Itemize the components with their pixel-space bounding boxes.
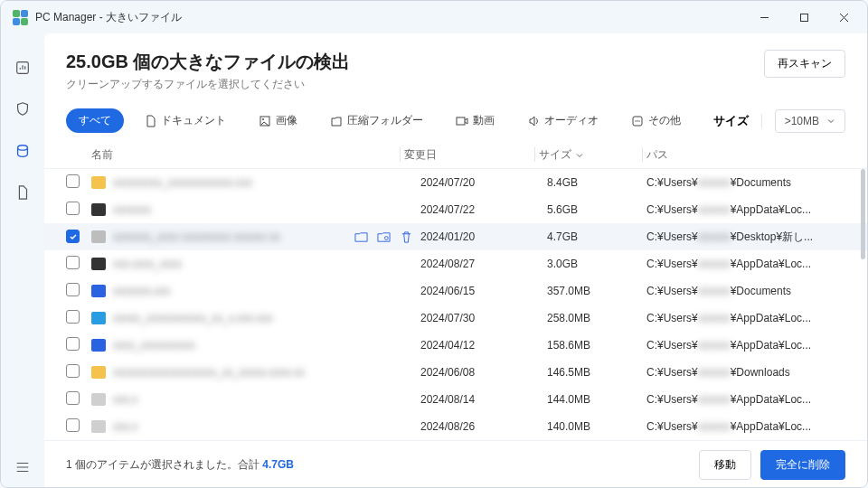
filter-image[interactable]: 画像 (246, 108, 310, 133)
file-size: 140.0MB (547, 420, 646, 433)
archive-icon (330, 115, 343, 127)
row-checkbox[interactable] (66, 364, 80, 378)
scrollbar-thumb[interactable] (861, 169, 865, 259)
window-title: PC Manager - 大きいファイル (35, 10, 182, 25)
nav-file-icon[interactable] (14, 183, 32, 202)
row-checkbox[interactable] (66, 418, 80, 432)
table-row[interactable]: xxx.xxxx_xxxx2024/08/273.0GBC:¥Users¥xxx… (44, 250, 867, 277)
filter-bar: すべて ドキュメント画像圧縮フォルダー動画オーディオその他 サイズ >10MB (44, 96, 867, 142)
file-path: C:¥Users¥xxxxxx¥AppData¥Loc... (646, 312, 845, 324)
file-size: 357.0MB (547, 285, 646, 297)
file-icon (91, 203, 106, 216)
file-date: 2024/01/20 (420, 230, 547, 243)
file-date: 2024/08/27 (420, 258, 547, 270)
table-row[interactable]: xxxxxxx.xxx2024/06/15357.0MBC:¥Users¥xxx… (44, 277, 867, 305)
file-size: 8.4GB (547, 176, 646, 189)
row-checkbox[interactable] (66, 337, 80, 351)
filter-video[interactable]: 動画 (443, 108, 507, 133)
minimize-button[interactable] (744, 3, 784, 32)
row-checkbox[interactable] (66, 256, 80, 269)
file-name: xxx.x (113, 393, 137, 406)
file-path: C:¥Users¥xxxxxx¥AppData¥Loc... (646, 203, 845, 216)
table-row[interactable]: xxxxx_xxxxxxxxxxx_xx_x.xxx.xxx2024/07/30… (44, 305, 867, 332)
file-name: xxxxxxx_xxxx xxxxxxxxx xxxxxx xx (113, 230, 280, 243)
nav-shield-icon[interactable] (14, 100, 32, 118)
file-name: xxx.x (113, 420, 137, 433)
file-date: 2024/07/30 (420, 312, 547, 324)
file-icon (91, 176, 106, 189)
nav-storage-icon[interactable] (14, 142, 32, 160)
main-panel: 25.0GB 個の大きなファイルの検出 クリーンアップするファイルを選択してくだ… (44, 33, 867, 488)
svg-point-7 (637, 120, 637, 121)
file-size: 158.6MB (547, 339, 646, 352)
file-icon (91, 339, 106, 352)
page-title: 25.0GB 個の大きなファイルの検出 (66, 50, 350, 74)
filter-document[interactable]: ドキュメント (131, 108, 239, 133)
other-icon (631, 115, 644, 127)
hamburger-menu-icon[interactable] (14, 458, 32, 476)
file-icon (91, 420, 106, 433)
file-size: 5.6GB (547, 203, 646, 216)
table-row[interactable]: xxxxxxx2024/07/225.6GBC:¥Users¥xxxxxx¥Ap… (44, 196, 867, 223)
file-path: C:¥Users¥xxxxxx¥Documents (646, 176, 845, 189)
delete-button[interactable]: 完全に削除 (760, 450, 845, 480)
file-date: 2024/07/22 (420, 203, 547, 216)
table-row[interactable]: xxxxxxx_xxxx xxxxxxxxx xxxxxx xx2024/01/… (44, 223, 867, 250)
file-name: xxxxxxx (113, 203, 151, 216)
table-row[interactable]: xxx.x2024/08/26140.0MBC:¥Users¥xxxxxx¥Ap… (44, 413, 867, 440)
table-row[interactable]: xxxxxxxxx_xxxxxxxxxxxx.xxx2024/07/208.4G… (44, 169, 867, 196)
video-icon (456, 115, 468, 127)
filter-archive[interactable]: 圧縮フォルダー (317, 108, 436, 133)
document-icon (144, 115, 156, 127)
file-icon (91, 312, 106, 324)
file-path: C:¥Users¥xxxxxx¥AppData¥Loc... (646, 258, 845, 270)
filter-all[interactable]: すべて (66, 108, 124, 133)
file-name: xxxxx_xxxxxxxxxxx_xx_x.xxx.xxx (113, 312, 273, 324)
delete-icon[interactable] (400, 230, 413, 244)
svg-point-3 (262, 118, 264, 120)
move-button[interactable]: 移動 (699, 450, 751, 480)
filter-audio[interactable]: オーディオ (514, 108, 611, 133)
row-checkbox[interactable] (66, 174, 80, 188)
open-folder-icon[interactable] (354, 230, 368, 244)
sidebar (1, 33, 44, 488)
file-name: xxx.xxxx_xxxx (113, 258, 182, 270)
maximize-button[interactable] (784, 3, 824, 32)
svg-point-9 (384, 236, 388, 239)
close-button[interactable] (824, 3, 863, 32)
file-path: C:¥Users¥xxxxxx¥Documents (646, 285, 845, 297)
col-name[interactable]: 名前 (91, 147, 396, 163)
file-name: xxxxxxxxx_xxxxxxxxxxxx.xxx (113, 176, 252, 189)
file-name: xxxxxxx.xxx (113, 285, 170, 297)
col-size[interactable]: サイズ (539, 147, 638, 163)
file-icon (91, 366, 106, 379)
file-size: 3.0GB (547, 258, 646, 270)
row-checkbox[interactable] (66, 202, 80, 215)
rescan-button[interactable]: 再スキャン (764, 50, 845, 78)
selection-summary: 1 個のアイテムが選択されました。合計 4.7GB (66, 457, 294, 473)
table-row[interactable]: xxxxxxxxxxxxxxxxxxx_xx_xxxxx.xxxx.xx2024… (44, 359, 867, 386)
page-subtitle: クリーンアップするファイルを選択してください (66, 77, 350, 92)
row-checkbox[interactable] (66, 230, 80, 243)
file-path: C:¥Users¥xxxxxx¥AppData¥Loc... (646, 339, 845, 352)
col-path[interactable]: パス (646, 147, 845, 163)
file-size: 258.0MB (547, 312, 646, 324)
filter-other[interactable]: その他 (618, 108, 693, 133)
file-size: 4.7GB (547, 230, 646, 243)
table-row[interactable]: xxxx_xxxxxxxxxx2024/04/12158.6MBC:¥Users… (44, 332, 867, 359)
file-icon (91, 230, 106, 243)
chevron-down-icon (575, 151, 584, 160)
size-dropdown[interactable]: >10MB (775, 109, 845, 133)
file-date: 2024/06/08 (420, 366, 547, 379)
row-checkbox[interactable] (66, 283, 80, 296)
app-logo (12, 9, 28, 25)
nav-dashboard-icon[interactable] (14, 59, 32, 77)
row-checkbox[interactable] (66, 310, 80, 324)
table-row[interactable]: xxx.x2024/08/14144.0MBC:¥Users¥xxxxxx¥Ap… (44, 386, 867, 413)
row-checkbox[interactable] (66, 391, 80, 405)
file-date: 2024/08/14 (420, 393, 547, 406)
col-date[interactable]: 変更日 (404, 147, 531, 163)
svg-point-8 (638, 120, 639, 121)
svg-point-6 (635, 120, 636, 121)
locate-icon[interactable] (377, 230, 391, 244)
